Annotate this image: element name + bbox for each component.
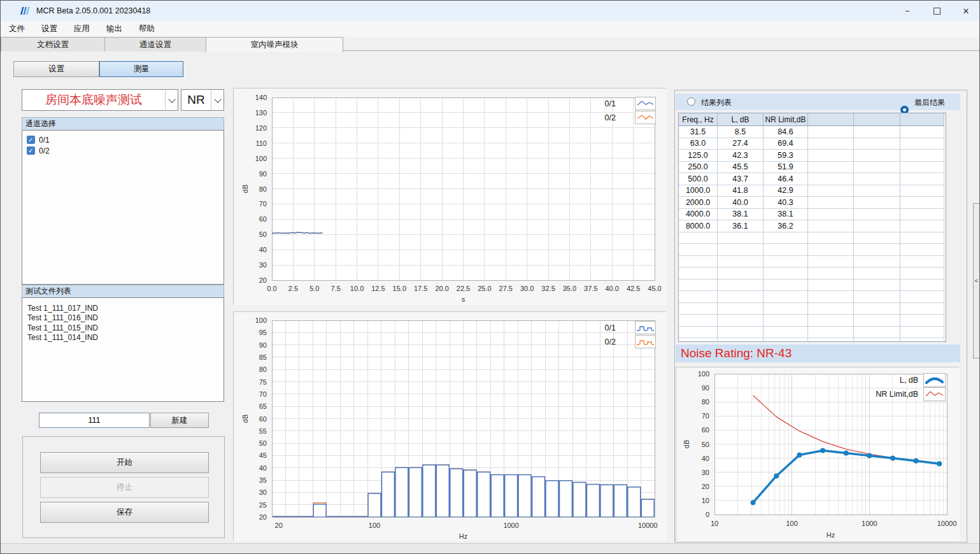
save-button[interactable]: 保存 [40, 502, 209, 523]
file-list: Test 1_111_017_INDTest 1_111_016_INDTest… [22, 297, 224, 402]
svg-text:25.0: 25.0 [478, 285, 491, 292]
list-item[interactable]: Test 1_111_014_IND [22, 333, 224, 343]
tab-channel-settings[interactable]: 通道设置 [104, 37, 206, 52]
table-row[interactable] [679, 267, 946, 280]
table-row[interactable] [679, 327, 946, 339]
table-cell [900, 185, 944, 197]
svg-text:80: 80 [259, 366, 267, 373]
list-item[interactable]: ✓0/1 [22, 134, 224, 145]
table-cell [900, 280, 944, 292]
radio-result-list[interactable] [687, 97, 695, 106]
table-row[interactable] [679, 315, 946, 327]
table-cell: 38.1 [718, 209, 763, 221]
table-row[interactable]: 63.027.469.4 [679, 138, 946, 150]
table-cell [854, 244, 900, 256]
table-row[interactable] [679, 256, 946, 268]
file-name-input[interactable] [39, 413, 150, 428]
checkbox-checked-icon[interactable]: ✓ [27, 146, 35, 155]
tab-indoor-noise-module[interactable]: 室内噪声模块 [206, 37, 343, 52]
table-row[interactable]: 31.58.584.6 [679, 126, 946, 138]
checkbox-checked-icon[interactable]: ✓ [27, 136, 35, 144]
menu-output[interactable]: 输出 [98, 21, 131, 37]
table-cell [854, 267, 900, 280]
legend-entry: L, dB [823, 374, 946, 387]
table-cell: 63.0 [679, 138, 718, 150]
rating-dropdown-arrow[interactable] [211, 90, 224, 110]
table-cell [900, 291, 944, 303]
table-cell [854, 327, 900, 339]
svg-text:1000: 1000 [503, 522, 518, 529]
list-item[interactable]: Test 1_111_017_IND [22, 303, 224, 313]
table-cell [854, 232, 900, 245]
table-row[interactable]: 1000.041.842.9 [679, 185, 946, 197]
table-cell [854, 303, 900, 315]
tab-document-settings[interactable]: 文档设置 [1, 37, 105, 52]
maximize-button[interactable] [922, 1, 951, 21]
table-cell [718, 280, 763, 292]
list-item[interactable]: Test 1_111_015_IND [22, 323, 224, 333]
menu-file[interactable]: 文件 [1, 21, 33, 37]
table-cell [900, 232, 944, 245]
main-tab-bar: 文档设置 通道设置 室内噪声模块 [1, 37, 979, 51]
svg-text:55: 55 [259, 427, 267, 435]
noise-rating-banner: Noise Rating: NR-43 [676, 344, 960, 362]
svg-text:65: 65 [259, 402, 267, 410]
test-type-combobox[interactable]: 房间本底噪声测试 [22, 89, 178, 111]
table-row[interactable] [679, 244, 946, 256]
svg-text:140: 140 [255, 94, 267, 101]
table-cell: 27.4 [718, 138, 763, 150]
table-cell [900, 303, 944, 315]
table-cell [679, 267, 718, 280]
table-cell [808, 185, 854, 197]
table-cell: 2000.0 [679, 197, 718, 209]
svg-text:10: 10 [711, 520, 718, 527]
table-cell [854, 220, 900, 232]
test-type-dropdown-arrow[interactable] [165, 90, 178, 110]
menu-apply[interactable]: 应用 [66, 21, 98, 37]
svg-text:20: 20 [275, 522, 283, 529]
table-cell: 41.8 [718, 185, 763, 197]
table-header-cell [900, 113, 944, 126]
list-item[interactable]: Test 1_111_016_IND [22, 313, 224, 323]
svg-text:40.0: 40.0 [606, 285, 619, 292]
panel-collapse-handle[interactable]: < [973, 203, 980, 359]
close-button[interactable]: ✕ [951, 1, 980, 21]
list-item[interactable]: ✓0/2 [22, 145, 224, 156]
menu-help[interactable]: 帮助 [131, 21, 163, 37]
table-cell [900, 220, 944, 232]
table-row[interactable]: 2000.040.040.3 [679, 197, 946, 209]
app-window: MCR Beta 2.05.0.001 20230418 − ✕ 文件 设置 应… [0, 0, 980, 554]
table-row[interactable]: 4000.038.138.1 [679, 209, 946, 221]
legend-label: 0/1 [565, 323, 616, 332]
subtab-measure[interactable]: 测量 [99, 61, 183, 77]
legend-entry: 0/1 [565, 322, 656, 334]
radio-last-result-label[interactable]: 最后结果 [914, 97, 945, 108]
results-table: Freq., HzL, dBNR Limit,dB31.58.584.663.0… [678, 113, 946, 342]
start-button[interactable]: 开始 [40, 452, 209, 473]
svg-text:70: 70 [259, 390, 267, 398]
table-cell [900, 327, 944, 339]
table-row[interactable] [679, 303, 946, 315]
thick-line-series-icon [923, 373, 946, 387]
table-row[interactable]: 8000.036.136.2 [679, 220, 946, 232]
table-cell [900, 267, 944, 280]
table-row[interactable] [679, 280, 946, 292]
table-row[interactable]: 125.042.359.3 [679, 150, 946, 162]
menu-settings[interactable]: 设置 [33, 21, 66, 37]
table-cell [808, 162, 854, 174]
table-row[interactable] [679, 232, 946, 245]
table-row[interactable]: 500.043.746.4 [679, 173, 946, 185]
new-button[interactable]: 新建 [150, 413, 209, 428]
table-cell [854, 162, 900, 174]
rating-combobox[interactable]: NR [181, 89, 224, 111]
subtab-settings[interactable]: 设置 [13, 61, 99, 77]
radio-result-list-label[interactable]: 结果列表 [701, 97, 732, 108]
table-cell [808, 280, 854, 292]
table-cell [679, 256, 718, 268]
table-row[interactable]: 250.045.551.9 [679, 162, 946, 174]
table-row[interactable] [679, 291, 946, 303]
table-cell [808, 220, 854, 232]
minimize-button[interactable]: − [893, 1, 922, 21]
table-row[interactable] [679, 338, 946, 342]
table-header-cell [854, 113, 900, 126]
